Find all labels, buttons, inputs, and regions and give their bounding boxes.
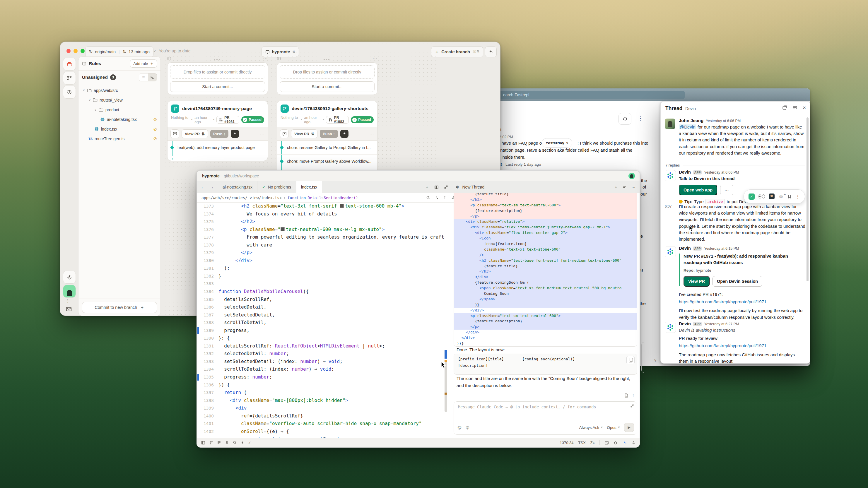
code-line-1400[interactable]: 1400 ref={detailsScrollRef} xyxy=(197,412,444,420)
outline-list-icon[interactable] xyxy=(217,441,221,445)
new-thread-plus-icon[interactable]: ＋ xyxy=(614,185,618,189)
notifications-bell-button[interactable] xyxy=(619,113,631,125)
ai-actions-button[interactable] xyxy=(485,46,497,57)
pr-pill[interactable]: PR #1982 xyxy=(326,116,349,124)
code-line-1382[interactable]: 1382} xyxy=(197,272,444,280)
mention-at-icon[interactable]: @ xyxy=(458,425,462,429)
pr-link[interactable]: https://github.com/fastrepl/hyprnote/pul… xyxy=(679,299,766,304)
tab-index-tsx[interactable]: index.tsx xyxy=(296,181,322,193)
history-nav-button[interactable] xyxy=(63,86,76,99)
tab-ai-notetaking[interactable]: ai-notetaking.tsx xyxy=(218,181,257,193)
assign-files-button[interactable] xyxy=(280,129,289,138)
back-icon[interactable]: ← xyxy=(201,185,205,189)
commit-row[interactable]: chore: rename Gallery to Prompt Gallery … xyxy=(277,140,377,154)
code-line-1374[interactable]: 1374 We focus on every bit of details xyxy=(197,210,444,218)
search-icon[interactable] xyxy=(426,196,430,200)
code-line-1373[interactable]: 1373 <h2 className="text-3xl font-serif … xyxy=(197,202,444,210)
vim-mode-indicator[interactable]: Z» xyxy=(590,441,595,445)
user-avatar[interactable] xyxy=(63,285,76,298)
copy-button[interactable] xyxy=(626,356,634,364)
ai-commit-button[interactable] xyxy=(340,130,348,138)
devin-avatar[interactable] xyxy=(665,170,676,181)
thread-list-icon[interactable] xyxy=(623,185,627,189)
code-line-1396[interactable]: 1396}) { xyxy=(197,381,444,389)
tree-item-index-tsx[interactable]: index.tsx⊘ xyxy=(79,124,160,134)
more-options-button[interactable]: ⋯ xyxy=(720,185,733,195)
code-line-1387[interactable]: 1387 setSelectedDetail, xyxy=(197,311,444,319)
code-line-1380[interactable]: 1380 </div> xyxy=(197,257,444,265)
mention-devin[interactable]: @Devin xyxy=(679,124,696,129)
branch-menu-icon[interactable]: ⋯ xyxy=(260,131,265,137)
code-line-1399[interactable]: 1399 <div xyxy=(197,404,444,412)
branch-menu-icon[interactable]: ⋯ xyxy=(369,131,374,137)
collab-user-icon[interactable] xyxy=(225,441,229,445)
assign-files-button[interactable] xyxy=(170,129,179,138)
branches-nav-button[interactable] xyxy=(63,72,76,85)
technologist-emoji-reaction[interactable] xyxy=(769,194,775,199)
diagnostics-check-icon[interactable]: ✓ xyxy=(248,441,251,445)
code-line-1379[interactable]: 1379 </p> xyxy=(197,249,444,257)
check-emoji-reaction[interactable]: ✓ xyxy=(748,194,755,200)
bookmark-icon[interactable] xyxy=(787,194,792,199)
branch-name[interactable]: devin/1764380749-memory-page xyxy=(182,106,252,111)
open-in-window-icon[interactable] xyxy=(782,105,787,110)
view-pr-button[interactable]: View PR ⇅ xyxy=(291,129,317,138)
code-line-1386[interactable]: 1386 selectedDetail, xyxy=(197,303,444,311)
code-line-1402[interactable]: 1402 onScroll={(e) ⇒ { xyxy=(197,428,444,435)
ai-assistant-icon[interactable] xyxy=(623,441,627,445)
thread-scrollbar[interactable] xyxy=(806,118,809,281)
more-actions-icon[interactable]: ⋮ xyxy=(638,115,643,122)
avatar[interactable] xyxy=(665,119,675,129)
git-branch-name[interactable]: gitbutler/workspace xyxy=(224,173,259,178)
ai-sparkles-icon[interactable] xyxy=(435,196,439,200)
tab-nav[interactable]: ← → xyxy=(197,181,218,193)
code-line-1398[interactable]: 1398 <div className="max-[800px]:block h… xyxy=(197,397,444,404)
push-button[interactable]: Push ↑ xyxy=(320,130,338,138)
message-actions[interactable]: MD ↑ xyxy=(624,393,634,398)
list-view-button[interactable]: ≡ xyxy=(139,73,148,81)
ai-commit-button[interactable] xyxy=(231,130,239,138)
collapse-lane-icon[interactable] xyxy=(167,57,171,61)
new-tab-plus-icon[interactable]: ＋ xyxy=(425,185,429,189)
code-line-1393[interactable]: 1393 setSelectedDetail: (index: number) … xyxy=(197,358,444,366)
language-mode[interactable]: TSX xyxy=(578,441,586,445)
code-line-1375[interactable]: 1375 </h2> xyxy=(197,218,444,226)
start-commit-button[interactable]: Start a commit... xyxy=(280,82,375,92)
start-commit-button[interactable]: Start a commit... xyxy=(170,82,265,92)
push-button[interactable]: Push ↑ xyxy=(210,130,228,138)
sync-status-button[interactable]: ↻ origin/main| ⇅ 13 min ago xyxy=(85,46,153,57)
message-hover-toolbar[interactable]: ✓ ☺+ ⋮ xyxy=(744,189,805,203)
drop-files-zone[interactable]: Drop files to assign or commit directly xyxy=(170,65,265,79)
code-editor[interactable]: 1373 <h2 className="text-3xl font-serif … xyxy=(197,202,444,438)
ibeam-cursor-icon[interactable] xyxy=(443,196,446,200)
microphone-icon[interactable] xyxy=(632,441,636,445)
code-line-1390[interactable]: 1390}: { xyxy=(197,334,444,342)
more-actions-icon[interactable]: ⋮ xyxy=(795,194,800,199)
code-line-1389[interactable]: 1389 progress, xyxy=(197,327,444,335)
tree-item-apps-web-src[interactable]: ∨apps/web/src xyxy=(79,86,160,95)
quick-actions-bolt-icon[interactable] xyxy=(241,441,244,445)
code-line-1378[interactable]: 1378 with care xyxy=(197,241,444,249)
send-button[interactable]: ▶ xyxy=(624,423,634,432)
model-select[interactable]: Opus∨ xyxy=(607,425,620,430)
code-line-1381[interactable]: 1381 ); xyxy=(197,264,444,272)
code-line-1391[interactable]: 1391 detailsScrollRef: React.RefObject<H… xyxy=(197,342,444,350)
editor-scrollbar[interactable] xyxy=(444,202,447,438)
code-line-1388[interactable]: 1388 scrollToDetail, xyxy=(197,319,444,327)
devin-avatar[interactable] xyxy=(665,322,676,333)
forward-icon[interactable]: → xyxy=(210,185,214,189)
cursor-position[interactable]: 1370:34 xyxy=(560,441,574,445)
pr-pill[interactable]: PR #1981 xyxy=(216,116,239,124)
eyes-emoji-reaction[interactable] xyxy=(758,194,765,198)
add-reaction-icon[interactable]: ☺+ xyxy=(778,194,784,200)
split-pane-icon[interactable] xyxy=(434,185,439,189)
terminal-icon[interactable] xyxy=(604,441,609,445)
expand-pane-icon[interactable] xyxy=(444,185,448,189)
code-line-1383[interactable]: 1383 xyxy=(197,280,444,288)
drag-handle-icon[interactable] xyxy=(214,57,221,60)
commit-to-new-branch-button[interactable]: Commit to new branch ＋ xyxy=(82,302,157,313)
git-branch-icon[interactable] xyxy=(209,441,213,445)
permission-mode-select[interactable]: Always Ask∨ xyxy=(579,425,603,430)
thread-settings-icon[interactable] xyxy=(793,105,798,110)
debug-bug-icon[interactable] xyxy=(614,441,618,445)
